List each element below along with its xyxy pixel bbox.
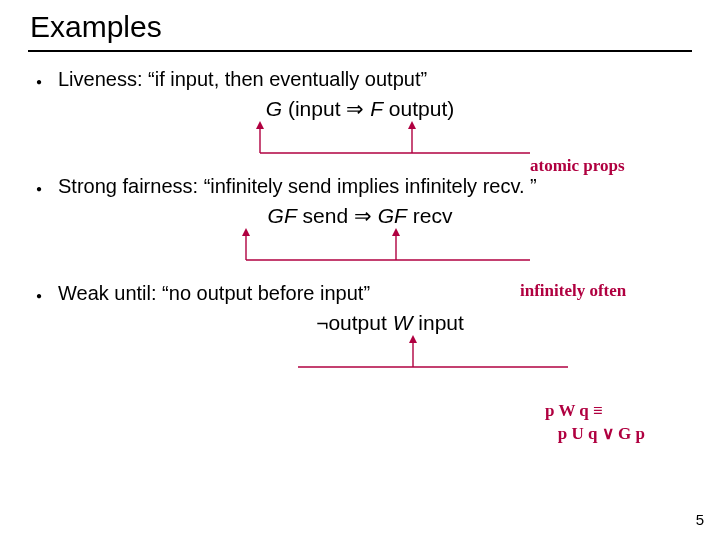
svg-marker-8 bbox=[392, 228, 400, 236]
diagram-infinitely-often bbox=[180, 228, 540, 262]
svg-marker-1 bbox=[256, 121, 264, 129]
bullet-fairness: ● Strong fairness: “infinitely send impl… bbox=[34, 173, 692, 200]
diagram-weak-until bbox=[268, 335, 588, 369]
bullet-text: Strong fairness: “infinitely send implie… bbox=[58, 173, 692, 200]
bullet-text: Liveness: “if input, then eventually out… bbox=[58, 66, 692, 93]
diagram-atomic-props bbox=[180, 121, 540, 155]
formula-fairness: GF send ⇒ GF recv bbox=[28, 204, 692, 228]
svg-marker-11 bbox=[409, 335, 417, 343]
bullet-icon: ● bbox=[34, 289, 44, 303]
formula-liveness: G (input ⇒ F output) bbox=[28, 97, 692, 121]
svg-marker-3 bbox=[408, 121, 416, 129]
title-divider bbox=[28, 50, 692, 52]
formula-weak-until: ¬output W input bbox=[28, 311, 692, 335]
annotation-weak-until-def: p W q ≡ p U q ∨ G p bbox=[545, 400, 645, 446]
bullet-liveness: ● Liveness: “if input, then eventually o… bbox=[34, 66, 692, 93]
slide-title: Examples bbox=[30, 10, 692, 44]
slide: Examples ● Liveness: “if input, then eve… bbox=[0, 0, 720, 540]
svg-marker-6 bbox=[242, 228, 250, 236]
bullet-icon: ● bbox=[34, 182, 44, 196]
page-number: 5 bbox=[696, 511, 704, 528]
annotation-atomic-props: atomic props bbox=[530, 156, 625, 176]
bullet-icon: ● bbox=[34, 75, 44, 89]
annotation-infinitely-often: infinitely often bbox=[520, 281, 626, 301]
